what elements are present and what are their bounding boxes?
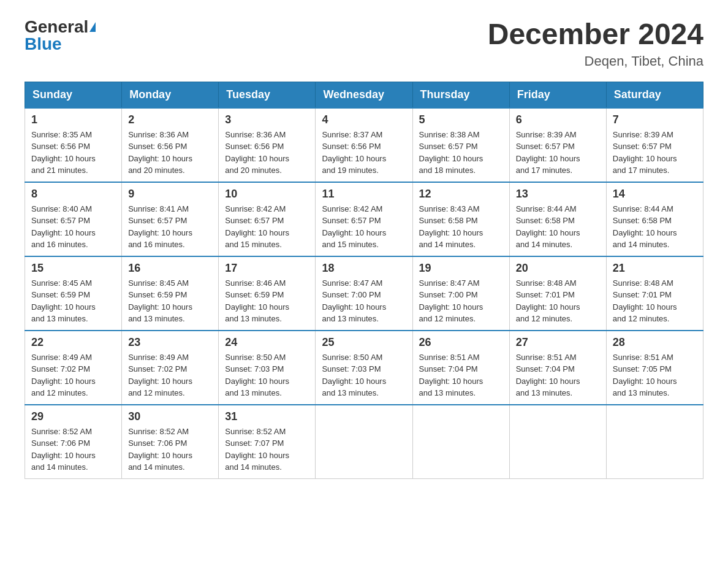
- day-info: Sunrise: 8:49 AM Sunset: 7:02 PM Dayligh…: [128, 351, 212, 399]
- week-row-4: 22Sunrise: 8:49 AM Sunset: 7:02 PM Dayli…: [25, 331, 703, 405]
- day-number: 28: [613, 336, 697, 349]
- column-header-friday: Friday: [509, 82, 606, 108]
- calendar-cell: 25Sunrise: 8:50 AM Sunset: 7:03 PM Dayli…: [316, 331, 412, 405]
- calendar-cell: 5Sunrise: 8:38 AM Sunset: 6:57 PM Daylig…: [412, 108, 509, 182]
- day-info: Sunrise: 8:39 AM Sunset: 6:57 PM Dayligh…: [613, 129, 697, 177]
- day-number: 19: [419, 262, 503, 275]
- calendar-cell: 9Sunrise: 8:41 AM Sunset: 6:57 PM Daylig…: [122, 182, 219, 256]
- day-number: 31: [225, 410, 309, 423]
- calendar-cell: 7Sunrise: 8:39 AM Sunset: 6:57 PM Daylig…: [606, 108, 703, 182]
- calendar-cell: 15Sunrise: 8:45 AM Sunset: 6:59 PM Dayli…: [25, 256, 122, 331]
- column-header-sunday: Sunday: [25, 82, 122, 108]
- day-number: 21: [613, 262, 697, 275]
- day-number: 16: [128, 262, 212, 275]
- day-number: 4: [322, 113, 406, 126]
- day-number: 2: [128, 113, 212, 126]
- calendar-cell: 14Sunrise: 8:44 AM Sunset: 6:58 PM Dayli…: [606, 182, 703, 256]
- day-info: Sunrise: 8:47 AM Sunset: 7:00 PM Dayligh…: [419, 277, 503, 325]
- day-info: Sunrise: 8:52 AM Sunset: 7:07 PM Dayligh…: [225, 426, 309, 473]
- day-number: 26: [419, 336, 503, 349]
- week-row-1: 1Sunrise: 8:35 AM Sunset: 6:56 PM Daylig…: [25, 108, 703, 182]
- day-number: 23: [128, 336, 212, 349]
- day-number: 7: [613, 113, 697, 126]
- day-number: 22: [31, 336, 115, 349]
- calendar-cell: 2Sunrise: 8:36 AM Sunset: 6:56 PM Daylig…: [122, 108, 219, 182]
- calendar-cell: 12Sunrise: 8:43 AM Sunset: 6:58 PM Dayli…: [412, 182, 509, 256]
- day-number: 3: [225, 113, 309, 126]
- calendar-cell: [606, 405, 703, 479]
- day-info: Sunrise: 8:44 AM Sunset: 6:58 PM Dayligh…: [613, 203, 697, 251]
- day-info: Sunrise: 8:48 AM Sunset: 7:01 PM Dayligh…: [613, 277, 697, 325]
- day-number: 10: [225, 188, 309, 201]
- calendar-cell: 11Sunrise: 8:42 AM Sunset: 6:57 PM Dayli…: [316, 182, 412, 256]
- logo-general-text: General: [25, 18, 88, 36]
- calendar-table: SundayMondayTuesdayWednesdayThursdayFrid…: [25, 82, 703, 479]
- calendar-cell: 19Sunrise: 8:47 AM Sunset: 7:00 PM Dayli…: [412, 256, 509, 331]
- day-info: Sunrise: 8:43 AM Sunset: 6:58 PM Dayligh…: [419, 203, 503, 251]
- calendar-cell: 31Sunrise: 8:52 AM Sunset: 7:07 PM Dayli…: [219, 405, 316, 479]
- day-number: 9: [128, 188, 212, 201]
- day-number: 8: [31, 188, 115, 201]
- calendar-cell: 20Sunrise: 8:48 AM Sunset: 7:01 PM Dayli…: [509, 256, 606, 331]
- location-subtitle: Deqen, Tibet, China: [488, 53, 703, 69]
- calendar-cell: 18Sunrise: 8:47 AM Sunset: 7:00 PM Dayli…: [316, 256, 412, 331]
- column-header-wednesday: Wednesday: [316, 82, 412, 108]
- calendar-cell: 1Sunrise: 8:35 AM Sunset: 6:56 PM Daylig…: [25, 108, 122, 182]
- calendar-cell: 30Sunrise: 8:52 AM Sunset: 7:06 PM Dayli…: [122, 405, 219, 479]
- day-number: 20: [516, 262, 600, 275]
- day-info: Sunrise: 8:52 AM Sunset: 7:06 PM Dayligh…: [31, 426, 115, 473]
- day-info: Sunrise: 8:45 AM Sunset: 6:59 PM Dayligh…: [128, 277, 212, 325]
- calendar-cell: 26Sunrise: 8:51 AM Sunset: 7:04 PM Dayli…: [412, 331, 509, 405]
- day-number: 12: [419, 188, 503, 201]
- day-info: Sunrise: 8:42 AM Sunset: 6:57 PM Dayligh…: [322, 203, 406, 251]
- logo-blue-text: Blue: [25, 36, 62, 53]
- header: General Blue December 2024 Deqen, Tibet,…: [25, 18, 703, 69]
- calendar-cell: 23Sunrise: 8:49 AM Sunset: 7:02 PM Dayli…: [122, 331, 219, 405]
- calendar-cell: 27Sunrise: 8:51 AM Sunset: 7:04 PM Dayli…: [509, 331, 606, 405]
- calendar-cell: 17Sunrise: 8:46 AM Sunset: 6:59 PM Dayli…: [219, 256, 316, 331]
- calendar-cell: 29Sunrise: 8:52 AM Sunset: 7:06 PM Dayli…: [25, 405, 122, 479]
- day-info: Sunrise: 8:51 AM Sunset: 7:04 PM Dayligh…: [419, 351, 503, 399]
- column-header-monday: Monday: [122, 82, 219, 108]
- title-section: December 2024 Deqen, Tibet, China: [488, 18, 703, 69]
- calendar-cell: 22Sunrise: 8:49 AM Sunset: 7:02 PM Dayli…: [25, 331, 122, 405]
- logo: General Blue: [25, 18, 96, 53]
- calendar-cell: [509, 405, 606, 479]
- calendar-cell: [316, 405, 412, 479]
- calendar-cell: 8Sunrise: 8:40 AM Sunset: 6:57 PM Daylig…: [25, 182, 122, 256]
- calendar-cell: 3Sunrise: 8:36 AM Sunset: 6:56 PM Daylig…: [219, 108, 316, 182]
- day-number: 14: [613, 188, 697, 201]
- day-info: Sunrise: 8:40 AM Sunset: 6:57 PM Dayligh…: [31, 203, 115, 251]
- calendar-header-row: SundayMondayTuesdayWednesdayThursdayFrid…: [25, 82, 703, 108]
- column-header-thursday: Thursday: [412, 82, 509, 108]
- week-row-5: 29Sunrise: 8:52 AM Sunset: 7:06 PM Dayli…: [25, 405, 703, 479]
- logo-triangle-icon: [89, 22, 96, 32]
- day-number: 1: [31, 113, 115, 126]
- day-info: Sunrise: 8:45 AM Sunset: 6:59 PM Dayligh…: [31, 277, 115, 325]
- day-info: Sunrise: 8:44 AM Sunset: 6:58 PM Dayligh…: [516, 203, 600, 251]
- calendar-cell: 28Sunrise: 8:51 AM Sunset: 7:05 PM Dayli…: [606, 331, 703, 405]
- calendar-cell: 24Sunrise: 8:50 AM Sunset: 7:03 PM Dayli…: [219, 331, 316, 405]
- column-header-saturday: Saturday: [606, 82, 703, 108]
- day-info: Sunrise: 8:51 AM Sunset: 7:04 PM Dayligh…: [516, 351, 600, 399]
- day-number: 6: [516, 113, 600, 126]
- calendar-cell: 6Sunrise: 8:39 AM Sunset: 6:57 PM Daylig…: [509, 108, 606, 182]
- day-info: Sunrise: 8:38 AM Sunset: 6:57 PM Dayligh…: [419, 129, 503, 177]
- day-number: 25: [322, 336, 406, 349]
- day-info: Sunrise: 8:49 AM Sunset: 7:02 PM Dayligh…: [31, 351, 115, 399]
- day-info: Sunrise: 8:37 AM Sunset: 6:56 PM Dayligh…: [322, 129, 406, 177]
- day-info: Sunrise: 8:36 AM Sunset: 6:56 PM Dayligh…: [225, 129, 309, 177]
- calendar-cell: [412, 405, 509, 479]
- week-row-3: 15Sunrise: 8:45 AM Sunset: 6:59 PM Dayli…: [25, 256, 703, 331]
- day-info: Sunrise: 8:41 AM Sunset: 6:57 PM Dayligh…: [128, 203, 212, 251]
- day-info: Sunrise: 8:36 AM Sunset: 6:56 PM Dayligh…: [128, 129, 212, 177]
- day-info: Sunrise: 8:48 AM Sunset: 7:01 PM Dayligh…: [516, 277, 600, 325]
- day-info: Sunrise: 8:46 AM Sunset: 6:59 PM Dayligh…: [225, 277, 309, 325]
- day-number: 24: [225, 336, 309, 349]
- day-info: Sunrise: 8:35 AM Sunset: 6:56 PM Dayligh…: [31, 129, 115, 177]
- column-header-tuesday: Tuesday: [219, 82, 316, 108]
- day-info: Sunrise: 8:51 AM Sunset: 7:05 PM Dayligh…: [613, 351, 697, 399]
- day-number: 15: [31, 262, 115, 275]
- month-year-title: December 2024: [488, 18, 703, 51]
- day-info: Sunrise: 8:52 AM Sunset: 7:06 PM Dayligh…: [128, 426, 212, 473]
